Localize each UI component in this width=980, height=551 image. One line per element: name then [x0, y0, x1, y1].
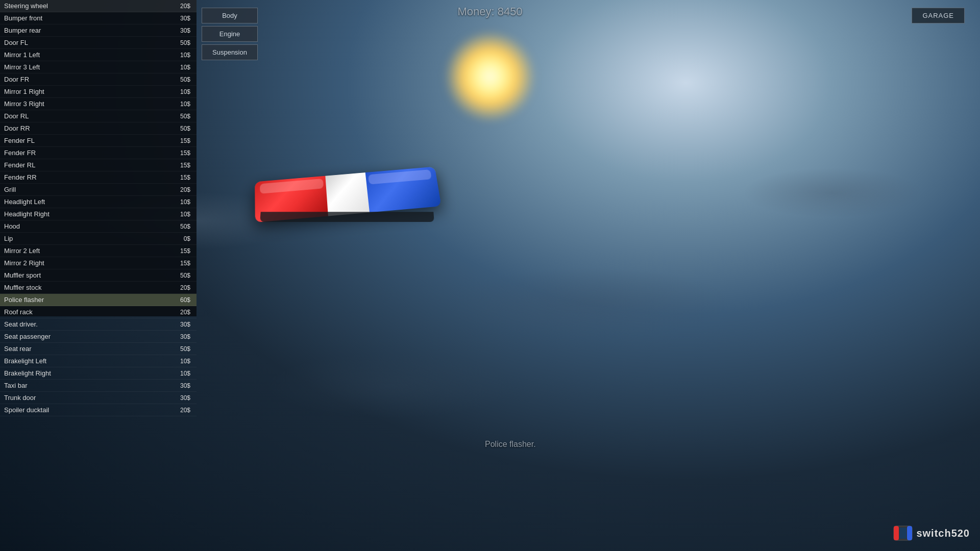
part-name: Grill — [4, 186, 16, 193]
part-row-spoiler-ducktail[interactable]: Spoiler ducktail20$ — [0, 404, 197, 416]
part-name: Fender FR — [4, 149, 36, 157]
part-name: Trunk door — [4, 394, 36, 402]
tab-suspension[interactable]: Suspension — [202, 44, 258, 60]
flasher-preview — [255, 173, 439, 214]
part-row-taxi-bar[interactable]: Taxi bar30$ — [0, 380, 197, 392]
item-description: Police flasher. — [485, 440, 536, 449]
part-name: Door FL — [4, 39, 28, 46]
part-name: Muffler sport — [4, 271, 41, 279]
part-row-mirror-3-right[interactable]: Mirror 3 Right10$ — [0, 98, 197, 110]
part-name: Door RL — [4, 112, 29, 120]
part-name: Taxi bar — [4, 382, 28, 389]
part-price: 10$ — [170, 198, 190, 206]
part-row-brakelight-right[interactable]: Brakelight Right10$ — [0, 367, 197, 380]
part-name: Mirror 1 Right — [4, 88, 44, 95]
part-name: Fender RR — [4, 173, 37, 181]
left-panel: Steering wheel20$Bumper front30$Bumper r… — [0, 0, 197, 316]
part-price: 30$ — [170, 15, 190, 22]
part-price: 10$ — [170, 101, 190, 108]
part-name: Brakelight Left — [4, 357, 46, 365]
svg-rect-3 — [899, 528, 906, 539]
part-name: Spoiler ducktail — [4, 406, 49, 414]
part-row-lip[interactable]: Lip0$ — [0, 233, 197, 245]
part-row-fender-rl[interactable]: Fender RL15$ — [0, 159, 197, 171]
part-row-mirror-1-left[interactable]: Mirror 1 Left10$ — [0, 49, 197, 61]
part-row-door-fl[interactable]: Door FL50$ — [0, 37, 197, 49]
parts-list: Steering wheel20$Bumper front30$Bumper r… — [0, 0, 197, 416]
garage-button[interactable]: GARAGE — [912, 8, 965, 23]
part-name: Steering wheel — [4, 2, 48, 10]
part-price: 10$ — [170, 370, 190, 377]
part-row-hood[interactable]: Hood50$ — [0, 220, 197, 233]
part-name: Mirror 3 Right — [4, 100, 44, 108]
part-name: Police flasher — [4, 296, 44, 304]
tab-body[interactable]: Body — [202, 8, 258, 23]
part-price: 50$ — [170, 223, 190, 230]
part-row-fender-rr[interactable]: Fender RR15$ — [0, 171, 197, 184]
part-price: 50$ — [170, 76, 190, 83]
part-price: 15$ — [170, 162, 190, 169]
part-price: 30$ — [170, 394, 190, 402]
part-row-door-rr[interactable]: Door RR50$ — [0, 122, 197, 135]
part-name: Lip — [4, 235, 13, 242]
part-price: 10$ — [170, 52, 190, 59]
switch-text: switch520 — [916, 528, 970, 539]
part-row-mirror-1-right[interactable]: Mirror 1 Right10$ — [0, 86, 197, 98]
part-row-mirror-2-right[interactable]: Mirror 2 Right15$ — [0, 257, 197, 269]
part-row-seat-passenger[interactable]: Seat passenger30$ — [0, 331, 197, 343]
part-price: 30$ — [170, 27, 190, 34]
part-name: Seat passenger — [4, 333, 51, 340]
part-price: 0$ — [170, 235, 190, 242]
part-row-grill[interactable]: Grill20$ — [0, 184, 197, 196]
part-price: 10$ — [170, 358, 190, 365]
part-name: Mirror 2 Left — [4, 247, 40, 255]
part-price: 10$ — [170, 88, 190, 95]
switch-icon — [893, 523, 913, 543]
tab-engine[interactable]: Engine — [202, 26, 258, 42]
part-name: Headlight Right — [4, 210, 50, 218]
part-row-door-rl[interactable]: Door RL50$ — [0, 110, 197, 122]
part-row-trunk-door[interactable]: Trunk door30$ — [0, 392, 197, 404]
part-row-fender-fl[interactable]: Fender FL15$ — [0, 135, 197, 147]
part-row-police-flasher[interactable]: Police flasher60$ — [0, 294, 197, 306]
part-price: 20$ — [170, 186, 190, 193]
part-price: 20$ — [170, 309, 190, 316]
part-name: Mirror 3 Left — [4, 63, 40, 71]
part-row-muffler-sport[interactable]: Muffler sport50$ — [0, 269, 197, 282]
part-price: 30$ — [170, 333, 190, 340]
part-name: Muffler stock — [4, 284, 41, 291]
part-name: Brakelight Right — [4, 369, 51, 377]
part-row-muffler-stock[interactable]: Muffler stock20$ — [0, 282, 197, 294]
flasher-underside — [260, 212, 434, 222]
part-price: 50$ — [170, 272, 190, 279]
part-row-bumper-rear[interactable]: Bumper rear30$ — [0, 24, 197, 37]
part-price: 15$ — [170, 247, 190, 255]
part-row-bumper-front[interactable]: Bumper front30$ — [0, 12, 197, 24]
part-row-mirror-2-left[interactable]: Mirror 2 Left15$ — [0, 245, 197, 257]
flasher-blue-section — [365, 167, 442, 213]
part-name: Roof rack — [4, 308, 33, 316]
part-row-fender-fr[interactable]: Fender FR15$ — [0, 147, 197, 159]
part-name: Fender FL — [4, 137, 35, 144]
part-row-door-fr[interactable]: Door FR50$ — [0, 73, 197, 86]
part-row-seat-rear[interactable]: Seat rear50$ — [0, 343, 197, 355]
part-price: 50$ — [170, 39, 190, 46]
part-row-seat-driver.[interactable]: Seat driver.30$ — [0, 318, 197, 331]
part-name: Door FR — [4, 76, 29, 83]
tab-buttons-container: Body Engine Suspension — [202, 8, 258, 60]
part-row-headlight-right[interactable]: Headlight Right10$ — [0, 208, 197, 220]
part-row-headlight-left[interactable]: Headlight Left10$ — [0, 196, 197, 208]
part-price: 60$ — [170, 296, 190, 304]
part-name: Mirror 2 Right — [4, 259, 44, 267]
part-price: 10$ — [170, 64, 190, 71]
part-row-steering-wheel[interactable]: Steering wheel20$ — [0, 0, 197, 12]
part-name: Headlight Left — [4, 198, 45, 206]
svg-rect-1 — [894, 526, 899, 540]
part-row-mirror-3-left[interactable]: Mirror 3 Left10$ — [0, 61, 197, 73]
part-row-brakelight-left[interactable]: Brakelight Left10$ — [0, 355, 197, 367]
part-price: 20$ — [170, 407, 190, 414]
part-row-roof-rack[interactable]: Roof rack20$ — [0, 306, 197, 318]
part-name: Bumper front — [4, 14, 42, 22]
part-price: 50$ — [170, 125, 190, 132]
part-price: 15$ — [170, 260, 190, 267]
